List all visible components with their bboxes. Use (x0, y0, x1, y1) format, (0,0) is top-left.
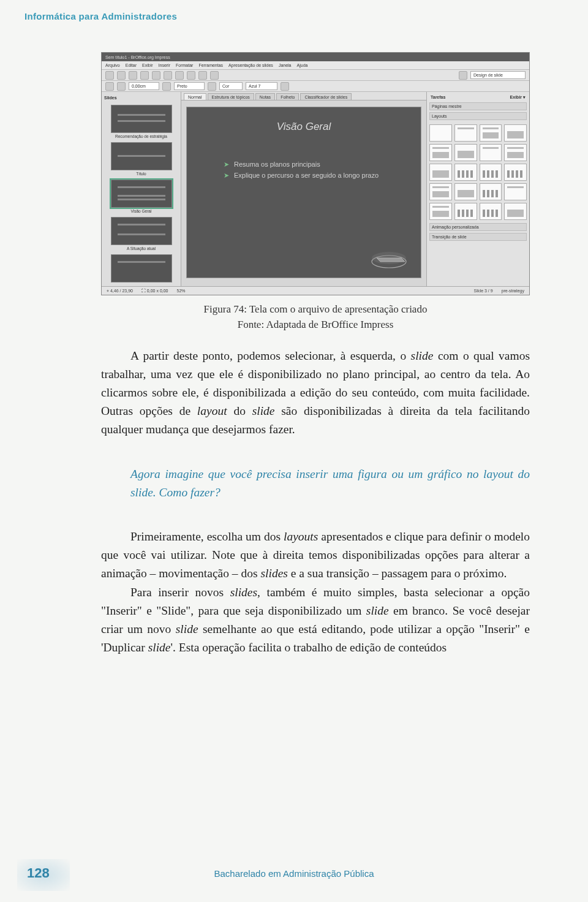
menu-item[interactable]: Janela (279, 63, 292, 67)
layout-option[interactable] (504, 203, 527, 220)
toolbar-button[interactable] (117, 82, 126, 91)
layout-option[interactable] (504, 183, 527, 200)
layout-option[interactable] (480, 203, 502, 220)
toolbar-button[interactable] (140, 71, 149, 80)
layout-option[interactable] (454, 124, 477, 142)
slide-title[interactable]: Visão Geral (187, 121, 421, 133)
view-tabs: Normal Estrutura de tópicos Notas Folhet… (181, 92, 426, 100)
task-section-master[interactable]: Páginas mestre (429, 102, 527, 110)
figure-source: Fonte: Adaptada de BrOffice Impress (101, 319, 530, 331)
line-width-field[interactable]: 0,00cm (129, 82, 159, 90)
toolbar-2: 0,00cm Preto Cor Azul 7 (102, 81, 529, 92)
figure-caption: Figura 74: Tela com o arquivo de apresen… (101, 301, 530, 317)
toolbar-button[interactable] (459, 71, 467, 80)
slide-logo-icon (368, 247, 410, 269)
layout-option[interactable] (429, 164, 452, 181)
menubar[interactable]: Arquivo Editar Exibir Inserir Formatar F… (102, 61, 529, 70)
menu-item[interactable]: Arquivo (105, 63, 120, 67)
slide-content[interactable]: ➤Resuma os planos principais ➤Explique o… (224, 159, 396, 181)
toolbar-1: Design de slide (102, 70, 529, 81)
task-pane-view-menu[interactable]: Exibir ▾ (510, 95, 526, 100)
footer-text: Bacharelado em Administração Pública (0, 868, 588, 879)
slide-design-button[interactable]: Design de slide (470, 71, 526, 79)
layout-option[interactable] (480, 124, 502, 142)
slide-thumbnail[interactable] (104, 254, 178, 284)
layout-option[interactable] (480, 164, 502, 181)
body-paragraph: A partir deste ponto, podemos selecionar… (101, 347, 530, 439)
layout-option[interactable] (504, 164, 527, 181)
toolbar-button[interactable] (105, 82, 114, 91)
thumb-label: Recomendação de estratégia (111, 134, 172, 138)
canvas-area: Visão Geral ➤Resuma os planos principais… (181, 100, 426, 286)
task-section-animation[interactable]: Animação personalizada (429, 223, 527, 231)
toolbar-button[interactable] (198, 71, 207, 80)
fill-color-field[interactable]: Azul 7 (246, 82, 277, 90)
status-zoom[interactable]: 52% (177, 289, 186, 293)
tab-outline[interactable]: Estrutura de tópicos (208, 93, 254, 100)
toolbar-button[interactable] (162, 82, 171, 91)
toolbar-button[interactable] (117, 71, 126, 80)
layout-option[interactable] (454, 183, 477, 200)
bullet-icon: ➤ (224, 159, 229, 170)
toolbar-button[interactable] (105, 71, 114, 80)
menu-item[interactable]: Ferramentas (198, 63, 223, 67)
status-slide-count: Slide 3 / 9 (474, 289, 493, 293)
menu-item[interactable]: Exibir (142, 63, 153, 67)
layout-option[interactable] (480, 183, 502, 200)
fill-type-field[interactable]: Cor (219, 82, 243, 90)
layout-option[interactable] (429, 203, 452, 220)
slides-panel-header: Slides (104, 94, 178, 101)
toolbar-button[interactable] (129, 71, 137, 80)
layout-option[interactable] (454, 164, 477, 181)
statusbar: ⌖ 4,46 / 23,90 ⛶ 0,00 x 0,00 52% Slide 3… (102, 286, 529, 295)
task-pane-title: Tarefas (431, 95, 445, 100)
toolbar-button[interactable] (187, 71, 195, 80)
slide-thumbnail[interactable]: Título (104, 142, 178, 176)
tab-notes[interactable]: Notas (255, 93, 275, 100)
body-paragraph: Para inserir novos slides, também é muit… (101, 583, 530, 658)
layout-option[interactable] (504, 124, 527, 142)
task-section-layouts[interactable]: Layouts (429, 112, 527, 120)
line-color-field[interactable]: Preto (174, 82, 205, 90)
menu-item[interactable]: Inserir (159, 63, 170, 67)
status-template: pre-strategy (502, 289, 524, 293)
menu-item[interactable]: Editar (126, 63, 137, 67)
task-pane: Tarefas Exibir ▾ Páginas mestre Layouts (426, 92, 529, 286)
menu-item[interactable]: Formatar (176, 63, 193, 67)
slide-thumbnail[interactable]: Visão Geral (104, 180, 178, 213)
tab-handout[interactable]: Folheto (276, 93, 299, 100)
tab-normal[interactable]: Normal (184, 93, 206, 100)
slide-thumbnail[interactable]: Recomendação de estratégia (104, 105, 178, 138)
layout-option[interactable] (429, 144, 452, 161)
callout-paragraph: Agora imagine que você precisa inserir u… (130, 465, 530, 502)
bullet-text: Explique o percurso a ser seguido a long… (234, 170, 379, 181)
slide-thumbnail[interactable]: A Situação atual (104, 217, 178, 251)
toolbar-button[interactable] (152, 71, 160, 80)
layout-option[interactable] (480, 144, 502, 161)
running-header: Informática para Administradores (24, 11, 177, 21)
tab-slidesorter[interactable]: Classificador de slides (300, 93, 352, 100)
thumb-label: Título (111, 172, 172, 176)
menu-item[interactable]: Apresentação de slides (228, 63, 273, 67)
menu-item[interactable]: Ajuda (297, 63, 308, 67)
task-section-transition[interactable]: Transição de slide (429, 233, 527, 241)
bullet-icon: ➤ (224, 170, 229, 181)
toolbar-button[interactable] (281, 82, 289, 91)
impress-window: Sem título1 - BrOffice.org Impress Arqui… (101, 52, 530, 295)
layout-option[interactable] (454, 144, 477, 161)
slide-canvas[interactable]: Visão Geral ➤Resuma os planos principais… (186, 107, 421, 278)
toolbar-button[interactable] (208, 82, 216, 91)
page-content: Sem título1 - BrOffice.org Impress Arqui… (101, 52, 530, 658)
thumb-label: A Situação atual (111, 246, 172, 251)
toolbar-button[interactable] (175, 71, 184, 80)
layout-option[interactable] (454, 203, 477, 220)
layout-option[interactable] (429, 183, 452, 200)
layout-option[interactable] (429, 124, 452, 142)
status-pos: ⌖ 4,46 / 23,90 (107, 289, 133, 294)
thumb-label: Visão Geral (111, 209, 172, 213)
toolbar-button[interactable] (164, 71, 172, 80)
layout-option[interactable] (504, 144, 527, 161)
toolbar-button[interactable] (210, 71, 219, 80)
slides-panel: Slides Recomendação de estratégia Título… (102, 92, 181, 286)
layout-grid (429, 122, 527, 221)
